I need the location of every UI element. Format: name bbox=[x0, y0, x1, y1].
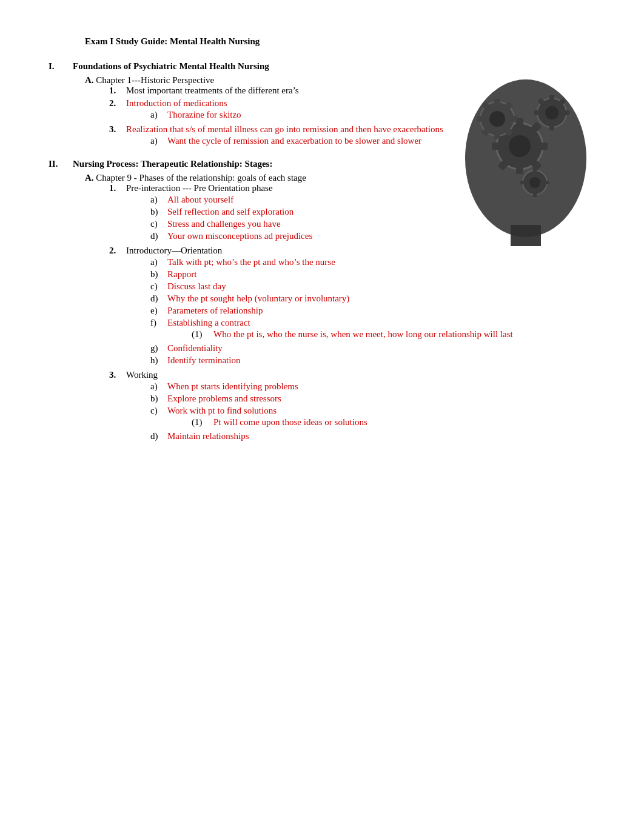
alpha-ii-2d-label: d) bbox=[150, 293, 167, 304]
alpha-ii-2f-label: f) bbox=[150, 318, 167, 341]
sub-num-list-3c: (1) Pt will come upon those ideas or sol… bbox=[192, 417, 595, 428]
num-ii-3-content: Working a) When pt starts identifying pr… bbox=[126, 370, 595, 443]
alpha-3a-label: a) bbox=[150, 136, 167, 146]
alpha-ii-3c-content: Work with pt to find solutions (1) Pt wi… bbox=[167, 406, 595, 429]
main-content: I. Foundations of Psychiatric Mental Hea… bbox=[49, 61, 595, 447]
alpha-ii-2b: b) Rapport bbox=[150, 269, 595, 280]
roman-numeral-ii: II. bbox=[49, 159, 73, 447]
alpha-ii-1c-label: c) bbox=[150, 219, 167, 229]
alpha-ii-1d-label: d) bbox=[150, 231, 167, 241]
alpha-ii-2h-content: Identify termination bbox=[167, 355, 595, 366]
alpha-ii-2d-content: Why the pt sought help (voluntary or inv… bbox=[167, 293, 595, 304]
num-2-label: 2. bbox=[109, 98, 126, 122]
alpha-ii-2d: d) Why the pt sought help (voluntary or … bbox=[150, 293, 595, 304]
alpha-ii-2b-content: Rapport bbox=[167, 269, 595, 280]
alpha-ii-2f: f) Establishing a contract (1) Who the p… bbox=[150, 318, 595, 341]
alpha-ii-3a-content: When pt starts identifying problems bbox=[167, 381, 595, 392]
alpha-ii-2c-content: Discuss last day bbox=[167, 281, 595, 292]
alpha-ii-1b-label: b) bbox=[150, 207, 167, 217]
num-ii-2-content: Introductory—Orientation a) Talk with pt… bbox=[126, 246, 595, 367]
alpha-ii-3d-content: Maintain relationships bbox=[167, 431, 595, 441]
numbered-item-ii-2: 2. Introductory—Orientation a) Talk with… bbox=[109, 246, 595, 367]
sub-num-list-2f: (1) Who the pt is, who the nurse is, whe… bbox=[192, 329, 595, 340]
alpha-ii-3a: a) When pt starts identifying problems bbox=[150, 381, 595, 392]
alpha-ii-1a-label: a) bbox=[150, 195, 167, 205]
num-ii-1-label: 1. bbox=[109, 183, 126, 243]
num-1-label: 1. bbox=[109, 86, 126, 96]
alpha-ii-2h: h) Identify termination bbox=[150, 355, 595, 366]
alpha-ii-2a: a) Talk with pt; who’s the pt and who’s … bbox=[150, 257, 595, 267]
alpha-ii-2b-label: b) bbox=[150, 269, 167, 280]
sub-num-2f-1-content: Who the pt is, who the nurse is, when we… bbox=[213, 329, 595, 340]
num-3-label: 3. bbox=[109, 124, 126, 148]
alpha-ii-2g-content: Confidentiality bbox=[167, 343, 595, 354]
num-ii-3-label: 3. bbox=[109, 370, 126, 443]
num-ii-2-label: 2. bbox=[109, 246, 126, 367]
alpha-list-ii-2: a) Talk with pt; who’s the pt and who’s … bbox=[150, 257, 595, 366]
alpha-ii-2c: c) Discuss last day bbox=[150, 281, 595, 292]
sub-num-2f-1-label: (1) bbox=[192, 329, 213, 340]
alpha-ii-3c-label: c) bbox=[150, 406, 167, 429]
alpha-list-ii-3: a) When pt starts identifying problems b… bbox=[150, 381, 595, 441]
alpha-ii-3c: c) Work with pt to find solutions (1) Pt… bbox=[150, 406, 595, 429]
sub-num-item-2f-1: (1) Who the pt is, who the nurse is, whe… bbox=[192, 329, 595, 340]
alpha-ii-2a-content: Talk with pt; who’s the pt and who’s the… bbox=[167, 257, 595, 267]
alpha-ii-2e-label: e) bbox=[150, 306, 167, 316]
sub-num-3c-1-content: Pt will come upon those ideas or solutio… bbox=[213, 417, 595, 428]
svg-point-36 bbox=[465, 79, 586, 237]
alpha-ii-2e-content: Parameters of relationship bbox=[167, 306, 595, 316]
alpha-ii-3d-label: d) bbox=[150, 431, 167, 441]
alpha-ii-3d: d) Maintain relationships bbox=[150, 431, 595, 441]
sub-num-item-3c-1: (1) Pt will come upon those ideas or sol… bbox=[192, 417, 595, 428]
alpha-ii-2f-content: Establishing a contract (1) Who the pt i… bbox=[167, 318, 595, 341]
alpha-ii-2c-label: c) bbox=[150, 281, 167, 292]
alpha-ii-2a-label: a) bbox=[150, 257, 167, 267]
letter-a-ii-text: Chapter 9 - Phases of the relationship: … bbox=[96, 173, 306, 183]
letter-a-text: Chapter 1---Historic Perspective bbox=[96, 75, 214, 85]
alpha-ii-2h-label: h) bbox=[150, 355, 167, 366]
letter-a-ii-label: A. bbox=[85, 173, 94, 183]
roman-numeral-i: I. bbox=[49, 61, 73, 152]
sub-num-3c-1-label: (1) bbox=[192, 417, 213, 428]
alpha-ii-2g-label: g) bbox=[150, 343, 167, 354]
brain-gear-image bbox=[456, 61, 595, 249]
alpha-ii-3b: b) Explore problems and stressors bbox=[150, 394, 595, 404]
letter-a-label: A. bbox=[85, 75, 94, 85]
alpha-ii-3a-label: a) bbox=[150, 381, 167, 392]
page-title: Exam I Study Guide: Mental Health Nursin… bbox=[85, 36, 595, 47]
alpha-ii-2e: e) Parameters of relationship bbox=[150, 306, 595, 316]
alpha-2a-label: a) bbox=[150, 110, 167, 120]
alpha-ii-3b-content: Explore problems and stressors bbox=[167, 394, 595, 404]
numbered-item-ii-3: 3. Working a) When pt starts identifying… bbox=[109, 370, 595, 443]
alpha-ii-2g: g) Confidentiality bbox=[150, 343, 595, 354]
alpha-ii-3b-label: b) bbox=[150, 394, 167, 404]
